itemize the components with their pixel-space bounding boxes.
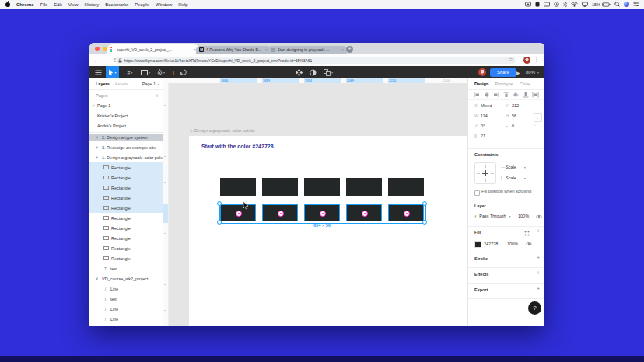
tab-prototype[interactable]: Prototype xyxy=(495,82,513,86)
rectangle-swatch[interactable] xyxy=(220,178,256,196)
new-tab-button[interactable]: + xyxy=(346,46,353,53)
layer-row[interactable]: / Line xyxy=(89,284,163,294)
design-frame[interactable] xyxy=(189,136,467,326)
help-button[interactable]: ? xyxy=(528,301,541,315)
clock-icon[interactable] xyxy=(554,2,559,7)
independent-corners-toggle[interactable]: :: xyxy=(534,124,536,128)
layer-row-selected[interactable]: Rectangle xyxy=(89,193,163,203)
layer-row-selected[interactable]: Rectangle xyxy=(89,162,163,172)
fill-styles-icon[interactable] xyxy=(524,231,530,236)
layer-row[interactable]: Rectangle xyxy=(89,233,163,243)
y-position-field[interactable]: Y 212 xyxy=(506,103,519,108)
address-field[interactable]: https://www.figma.com/file/uk1V4cetcXRd7… xyxy=(115,57,516,64)
tab-medium-article[interactable]: M 4 Reasons Why You Should D... × xyxy=(196,46,271,55)
back-button[interactable]: ← xyxy=(94,57,100,63)
apple-menu-icon[interactable] xyxy=(5,2,10,7)
page-selector[interactable]: Page 1 ▾ xyxy=(142,82,159,86)
extension-icon[interactable] xyxy=(535,2,540,7)
screen-record-icon[interactable] xyxy=(525,2,531,7)
main-menu-button[interactable] xyxy=(93,66,103,78)
align-top-icon[interactable] xyxy=(503,92,509,98)
corner-radius-field[interactable]: ⌐ 0 xyxy=(506,124,514,128)
close-tab-icon[interactable]: × xyxy=(341,47,344,52)
component-button[interactable] xyxy=(293,66,304,78)
control-center-icon[interactable] xyxy=(633,2,639,7)
selection-handle[interactable] xyxy=(217,201,222,206)
frame-tool-button[interactable]: # ▾ xyxy=(124,66,136,78)
width-field[interactable]: W 114 xyxy=(474,113,488,118)
menu-window[interactable]: Window xyxy=(156,2,172,7)
add-stroke-button[interactable]: + xyxy=(537,255,540,260)
x-position-field[interactable]: X Mixed xyxy=(474,103,492,108)
add-fill-button[interactable]: + xyxy=(537,228,540,234)
forward-button[interactable]: → xyxy=(104,57,110,63)
align-vertical-center-icon[interactable] xyxy=(513,92,519,98)
layer-row[interactable]: # 3. Redesign an example site xyxy=(89,142,163,152)
tab-design[interactable]: Design xyxy=(474,82,488,86)
menu-view[interactable]: View xyxy=(68,2,79,7)
page-item-current[interactable]: ✓ Page 1 xyxy=(89,100,163,110)
layer-row[interactable]: # 1. Design a grayscale color pale... xyxy=(89,152,163,162)
align-right-icon[interactable] xyxy=(493,92,499,98)
move-tool-button[interactable]: ▾ xyxy=(106,66,119,78)
smart-selection-handle[interactable] xyxy=(278,211,284,217)
fill-row[interactable]: 242728 100% − xyxy=(468,238,544,249)
eye-icon[interactable] xyxy=(526,242,532,246)
selection-handle[interactable] xyxy=(422,220,427,225)
add-export-button[interactable]: + xyxy=(537,286,540,291)
vertical-constraint-dropdown[interactable]: | Scale ▾ xyxy=(501,176,526,180)
tab-grayscale-article[interactable]: Start designing in grayscale ... × xyxy=(268,46,347,55)
zoom-menu[interactable]: 80% ▾ xyxy=(526,66,539,78)
tab-assets[interactable]: Assets xyxy=(115,82,128,86)
layer-row[interactable]: # VD_course_wk2_project xyxy=(89,273,163,284)
boolean-groups-button[interactable]: ▾ xyxy=(321,66,335,78)
spacing-field[interactable]: ][ 21 xyxy=(474,134,485,138)
layer-opacity-field[interactable]: 100% xyxy=(518,214,529,218)
layer-row[interactable]: T text xyxy=(89,263,163,273)
layer-row[interactable]: T text xyxy=(89,294,163,304)
smart-selection-handle[interactable] xyxy=(236,211,242,217)
mask-button[interactable] xyxy=(307,66,318,78)
page-item[interactable]: Kristen's Project xyxy=(89,110,163,120)
rectangle-swatch[interactable] xyxy=(304,178,340,196)
fix-position-checkbox[interactable] xyxy=(474,190,480,196)
menu-people[interactable]: People xyxy=(135,2,149,7)
present-button[interactable]: ▶ xyxy=(516,66,520,78)
battery-icon[interactable] xyxy=(602,2,611,7)
spotlight-icon[interactable] xyxy=(614,2,620,7)
menu-edit[interactable]: Edit xyxy=(54,2,61,7)
layer-row[interactable]: / Line xyxy=(89,314,163,324)
wifi-icon[interactable] xyxy=(571,2,578,7)
align-left-icon[interactable] xyxy=(474,92,480,98)
menu-bookmarks[interactable]: Bookmarks xyxy=(105,2,128,7)
add-page-button[interactable]: + xyxy=(156,93,159,99)
tab-layers[interactable]: Layers xyxy=(96,82,110,86)
align-bottom-icon[interactable] xyxy=(523,92,529,98)
constraints-widget[interactable] xyxy=(474,162,496,184)
rectangle-swatch[interactable] xyxy=(346,178,382,196)
smart-selection-handle[interactable] xyxy=(404,211,410,217)
browser-menu-icon[interactable]: ⋮ xyxy=(534,57,540,63)
rectangle-swatch[interactable] xyxy=(262,178,298,196)
menu-file[interactable]: File xyxy=(40,2,48,7)
layer-row[interactable]: Rectangle xyxy=(89,243,163,253)
comment-tool-button[interactable] xyxy=(178,66,189,78)
bluetooth-icon[interactable] xyxy=(563,2,567,8)
smart-selection-handle[interactable] xyxy=(320,211,326,217)
layer-row-selected[interactable]: Rectangle xyxy=(89,203,163,213)
siri-icon[interactable] xyxy=(624,2,629,7)
sidecar-icon[interactable] xyxy=(582,2,588,7)
share-button[interactable]: Share xyxy=(490,68,516,77)
layer-row[interactable]: Rectangle xyxy=(89,253,163,263)
selection-handle[interactable] xyxy=(217,220,222,225)
page-item[interactable]: André's Project xyxy=(89,120,163,131)
fill-color-swatch[interactable] xyxy=(474,241,481,248)
layer-row[interactable]: # 2. Design a type system xyxy=(89,134,163,141)
close-window-button[interactable] xyxy=(95,47,100,51)
eye-icon[interactable] xyxy=(536,214,542,219)
shape-tool-button[interactable]: ▾ xyxy=(139,66,152,78)
horizontal-constraint-dropdown[interactable]: — Scale ▾ xyxy=(501,165,526,169)
distribute-tidy-icon[interactable] xyxy=(532,92,539,98)
layer-row-selected[interactable]: Rectangle xyxy=(89,183,163,193)
add-effect-button[interactable]: + xyxy=(537,270,540,276)
